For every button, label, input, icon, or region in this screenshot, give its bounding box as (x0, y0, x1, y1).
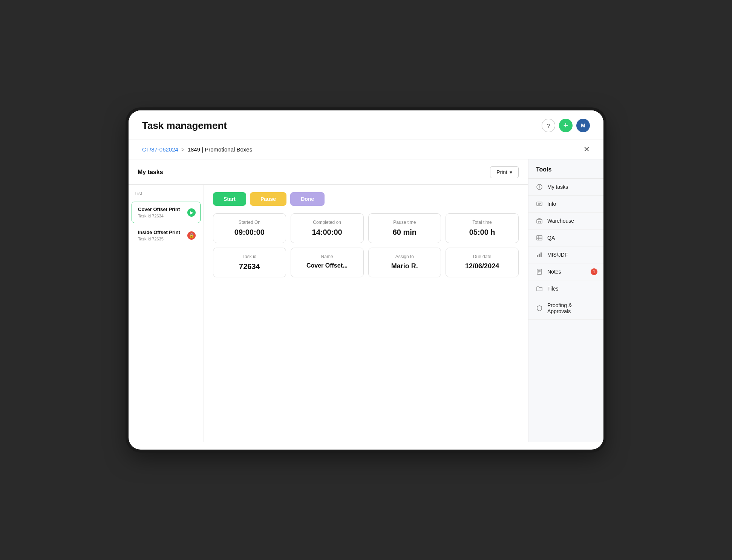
tools-item-warehouse[interactable]: Warehouse (528, 213, 603, 230)
shield-icon (536, 305, 543, 312)
info-circle-icon: i (536, 184, 543, 190)
breadcrumb-current: 1849 | Promotional Boxes (188, 146, 253, 153)
tools-item-label: MIS/JDF (547, 252, 568, 258)
svg-rect-12 (539, 254, 540, 257)
app-header: Task management ? + M (129, 110, 603, 139)
tools-item-label: QA (547, 235, 555, 241)
task-lock-icon: 🔒 (187, 231, 196, 240)
stats-grid-top: Started On 09:00:00 Completed on 14:00:0… (213, 213, 519, 243)
tools-item-files[interactable]: Files (528, 280, 603, 297)
breadcrumb-link[interactable]: CT/87-062024 (142, 146, 178, 153)
folder-icon (536, 285, 543, 292)
notes-badge: 1 (591, 268, 597, 275)
tools-item-mis-jdf[interactable]: MIS/JDF (528, 246, 603, 263)
tools-item-info[interactable]: Info (528, 196, 603, 213)
stat-task-id: Task id 72634 (213, 248, 286, 277)
warehouse-icon (536, 217, 543, 224)
pause-button[interactable]: Pause (250, 192, 286, 206)
table-icon (536, 234, 543, 241)
stat-total-time: Total time 05:00 h (446, 213, 519, 243)
close-button[interactable]: ✕ (583, 145, 590, 153)
svg-rect-7 (537, 236, 542, 240)
tools-panel: Tools i My tasks Info Warehouse (528, 159, 603, 442)
task-play-icon: ▶ (187, 208, 196, 217)
list-header: List (129, 191, 204, 200)
chart-bar-icon (536, 251, 543, 258)
plus-icon: + (564, 121, 568, 130)
print-button[interactable]: Print ▾ (490, 166, 519, 178)
tools-item-qa[interactable]: QA (528, 230, 603, 246)
stat-due-date: Due date 12/06/2024 (446, 248, 519, 277)
start-button[interactable]: Start (213, 192, 246, 206)
chevron-down-icon: ▾ (510, 169, 512, 175)
stat-name: Name Cover Offset... (291, 248, 364, 277)
tasks-body: List Cover Offset Print Task id 72634 ▶ … (129, 185, 528, 442)
task-item-inside-offset[interactable]: Inside Offset Print Task id 72635 🔒 (132, 225, 201, 246)
stat-completed-on: Completed on 14:00:00 (291, 213, 364, 243)
tools-item-notes[interactable]: Notes 1 (528, 263, 603, 280)
id-card-icon (536, 200, 543, 207)
tools-item-label: Proofing & Approvals (547, 302, 596, 314)
breadcrumb-row: CT/87-062024 > 1849 | Promotional Boxes … (129, 139, 603, 159)
tools-item-my-tasks[interactable]: i My tasks (528, 179, 603, 196)
task-item-name: Inside Offset Print (138, 230, 194, 235)
tools-header: Tools (528, 159, 603, 179)
task-item-name: Cover Offset Print (138, 207, 194, 212)
notes-icon (536, 268, 543, 275)
stat-assign-to: Assign to Mario R. (368, 248, 441, 277)
help-icon: ? (547, 122, 550, 129)
action-buttons: Start Pause Done (213, 192, 519, 206)
svg-rect-11 (537, 255, 538, 257)
stat-started-on: Started On 09:00:00 (213, 213, 286, 243)
task-detail-column: Start Pause Done Started On 09:00:00 Com… (204, 185, 528, 442)
tools-item-label: Files (547, 286, 559, 292)
tasks-title: My tasks (138, 169, 163, 176)
tasks-header: My tasks Print ▾ (129, 159, 528, 185)
header-actions: ? + M (542, 119, 590, 132)
avatar[interactable]: M (576, 119, 590, 132)
tools-item-proofing[interactable]: Proofing & Approvals (528, 297, 603, 320)
tools-item-label: Warehouse (547, 218, 574, 224)
svg-rect-13 (541, 252, 542, 257)
task-list-column: List Cover Offset Print Task id 72634 ▶ … (129, 185, 204, 442)
add-button[interactable]: + (559, 119, 573, 132)
task-item-cover-offset[interactable]: Cover Offset Print Task id 72634 ▶ (132, 202, 201, 223)
app-window: Task management ? + M CT/87-062024 > 184… (129, 110, 603, 450)
stat-pause-time: Pause time 60 min (368, 213, 441, 243)
main-content: My tasks Print ▾ List Cover Offset Print… (129, 159, 603, 442)
tools-item-label: Notes (547, 269, 561, 275)
svg-text:i: i (539, 185, 540, 189)
tools-item-label: My tasks (547, 184, 568, 190)
stats-grid-bottom: Task id 72634 Name Cover Offset... Assig… (213, 248, 519, 277)
breadcrumb: CT/87-062024 > 1849 | Promotional Boxes (142, 146, 252, 153)
tasks-panel: My tasks Print ▾ List Cover Offset Print… (129, 159, 528, 442)
help-button[interactable]: ? (542, 119, 555, 132)
svg-rect-2 (537, 202, 542, 206)
task-item-id: Task id 72634 (138, 214, 194, 218)
tools-item-label: Info (547, 201, 556, 207)
breadcrumb-separator: > (181, 146, 185, 153)
task-item-id: Task id 72635 (138, 237, 194, 241)
print-label: Print (496, 169, 507, 175)
app-title: Task management (142, 120, 227, 132)
done-button[interactable]: Done (290, 192, 325, 206)
